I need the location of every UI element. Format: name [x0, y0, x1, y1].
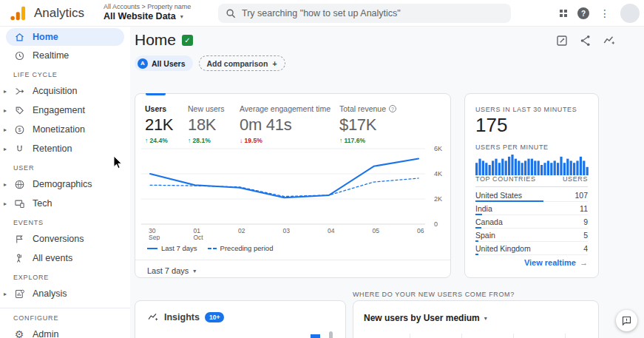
devices-icon — [13, 197, 25, 209]
svg-text:0: 0 — [434, 220, 438, 228]
sidebar-item-demographics[interactable]: ▸ Demographics — [0, 175, 130, 194]
country-bar — [475, 254, 478, 255]
page-title: Home — [135, 31, 176, 49]
person-flag-icon — [13, 252, 25, 264]
sidebar: Home Realtime LIFE CYCLE ▸ Acquisition ▸… — [0, 27, 130, 338]
svg-text:2K: 2K — [434, 195, 442, 203]
product-name: Analytics — [34, 6, 84, 21]
expand-arrow-icon[interactable]: ▸ — [4, 200, 7, 207]
globe-icon — [13, 178, 25, 190]
table-row-india: India 11 — [475, 202, 588, 215]
sidebar-item-label: Analysis — [33, 288, 67, 299]
svg-text:05: 05 — [373, 227, 380, 234]
sidebar-item-label: Tech — [33, 198, 52, 209]
arrow-right-icon: → — [580, 258, 588, 267]
report-actions — [555, 34, 616, 47]
metric-new-users[interactable]: New users 18K ↑ 28.1% — [188, 104, 225, 144]
insights-card: Insights 10+ — [135, 300, 346, 338]
sidebar-item-monetization[interactable]: ▸ $ Monetization — [0, 120, 130, 139]
chart-gridline — [513, 334, 514, 338]
scrollbar-thumb[interactable] — [329, 331, 333, 338]
sidebar-item-analysis[interactable]: ▸ Analysis — [0, 284, 130, 303]
sidebar-item-conversions[interactable]: Conversions — [0, 229, 130, 249]
report-status-icon: ✓ — [182, 35, 193, 46]
avatar[interactable] — [620, 4, 640, 23]
expand-arrow-icon[interactable]: ▸ — [4, 291, 7, 297]
metric-total-revenue[interactable]: Total revenue ? $17K ↑ 117.6% — [339, 104, 396, 144]
ga-home-screen: Analytics All Accounts > Property name A… — [0, 0, 644, 338]
feedback-button[interactable] — [616, 310, 637, 331]
sidebar-section-life-cycle: LIFE CYCLE — [13, 71, 130, 80]
sidebar-item-engagement[interactable]: ▸ Engagement — [0, 101, 130, 120]
expand-arrow-icon[interactable]: ▸ — [4, 181, 7, 188]
table-row-canada: Canada 9 — [475, 215, 588, 229]
share-icon[interactable] — [579, 34, 592, 47]
view-realtime-link[interactable]: View realtime → — [524, 258, 588, 267]
plus-icon: + — [272, 59, 277, 68]
search-input[interactable] — [242, 8, 504, 18]
sidebar-item-admin[interactable]: ⚙ Admin — [0, 325, 130, 338]
expand-arrow-icon[interactable]: ▸ — [4, 107, 7, 114]
breadcrumb: All Accounts > Property name — [104, 3, 191, 10]
insights-title: Insights — [164, 312, 200, 322]
sidebar-item-label: All events — [33, 253, 72, 263]
insights-chart-fragment — [311, 334, 320, 338]
analytics-logo[interactable]: Analytics — [9, 5, 84, 21]
monetization-icon: $ — [13, 124, 25, 135]
google-apps-icon[interactable] — [560, 10, 567, 17]
expand-arrow-icon[interactable]: ▸ — [4, 126, 7, 133]
table-row-united-states: United States 107 — [475, 189, 588, 202]
sidebar-item-tech[interactable]: ▸ Tech — [0, 194, 130, 213]
sidebar-item-home[interactable]: Home — [6, 28, 124, 46]
search-bar[interactable] — [218, 4, 511, 23]
sidebar-section-events: EVENTS — [13, 219, 130, 228]
sidebar-item-all-events[interactable]: All events — [0, 249, 130, 268]
insights-spark-icon — [147, 311, 159, 323]
insights-icon[interactable] — [603, 34, 616, 47]
clock-icon — [13, 50, 25, 61]
section-label: WHERE DO YOUR NEW USERS COME FROM? — [353, 291, 515, 298]
property-dropdown[interactable]: All Website Data ▾ — [104, 11, 191, 21]
add-comparison-chip[interactable]: Add comparison + — [199, 55, 285, 71]
customize-report-icon[interactable] — [555, 34, 569, 47]
retention-icon — [13, 143, 25, 155]
insights-header[interactable]: Insights 10+ — [147, 311, 224, 323]
new-users-dimension-selector[interactable]: New users by User medium ▾ — [364, 313, 487, 323]
sidebar-item-label: Engagement — [33, 105, 85, 115]
svg-text:6K: 6K — [434, 145, 442, 152]
chart-legend: Last 7 days Preceding period — [147, 244, 273, 252]
sidebar-item-realtime[interactable]: Realtime — [0, 46, 130, 65]
table-row-united-kingdom: United Kingdom 4 — [475, 242, 588, 255]
help-icon[interactable]: ? — [577, 7, 589, 19]
selected-metric-tab-indicator — [146, 93, 166, 95]
metric-avg-engagement-time[interactable]: Average engagement time 0m 41s ↓ 19.5% — [240, 104, 331, 144]
expand-arrow-icon[interactable]: ▸ — [4, 88, 7, 95]
sidebar-item-label: Realtime — [33, 50, 69, 61]
sidebar-divider — [0, 308, 130, 308]
overview-card: Users 21K ↑ 24.4% New users 18K ↑ 28.1% … — [135, 93, 451, 278]
users-per-minute-label: USERS PER MINUTE — [475, 143, 549, 151]
app-bar-actions: ? ⋮ — [560, 0, 640, 27]
legend-preceding-period: Preceding period — [208, 244, 274, 252]
chart-gridline — [565, 334, 566, 338]
sidebar-section-configure: CONFIGURE — [13, 314, 130, 323]
dashed-line-swatch — [208, 248, 217, 249]
sidebar-item-acquisition[interactable]: ▸ Acquisition — [0, 81, 130, 101]
all-users-chip[interactable]: A All Users — [135, 55, 193, 71]
info-icon[interactable]: ? — [389, 105, 396, 112]
sidebar-item-retention[interactable]: ▸ Retention — [0, 139, 130, 158]
page-title-row: Home ✓ — [135, 31, 193, 49]
property-name: All Website Data — [104, 11, 176, 21]
date-range-selector[interactable]: Last 7 days ▾ — [147, 266, 196, 275]
more-vertical-icon[interactable]: ⋮ — [600, 8, 610, 18]
svg-text:04: 04 — [328, 227, 335, 234]
home-icon — [13, 31, 25, 43]
metric-users[interactable]: Users 21K ↑ 24.4% — [145, 104, 173, 144]
expand-arrow-icon[interactable]: ▸ — [4, 146, 7, 152]
chevron-down-icon: ▾ — [484, 315, 487, 322]
sidebar-section-user: USER — [13, 164, 130, 173]
svg-text:$: $ — [18, 127, 21, 132]
feedback-icon — [621, 315, 632, 326]
svg-text:06: 06 — [417, 227, 424, 234]
sidebar-item-label: Conversions — [33, 234, 84, 244]
